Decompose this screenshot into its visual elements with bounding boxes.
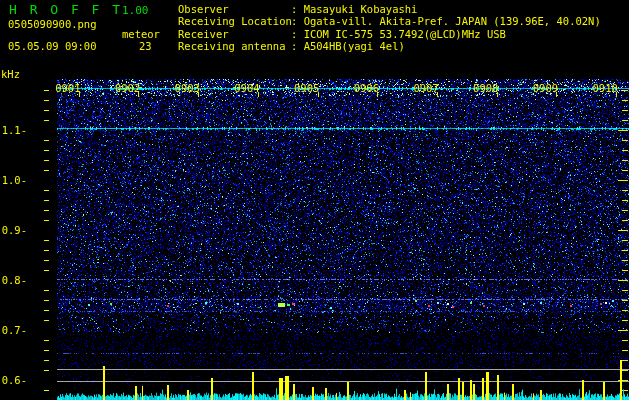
- time-label: 0909: [533, 83, 558, 94]
- info-label: Receiving antenna: [178, 41, 291, 52]
- time-label: 0902: [115, 83, 140, 94]
- freq-label: 0.8-: [0, 275, 27, 286]
- hrofft-window: H R O F F T 1.00 0505090900.png meteor 0…: [0, 0, 629, 400]
- info-value: : Ogata-vill. Akita-Pref. JAPAN (139.96E…: [291, 15, 601, 27]
- echo-count: 23: [139, 41, 152, 52]
- info-value: : ICOM IC-575 53.7492(@LCD)MHz USB: [291, 28, 506, 40]
- freq-label: 1.1-: [0, 125, 27, 136]
- time-label: 0906: [354, 83, 379, 94]
- output-filename: 0505090900.png: [8, 19, 97, 30]
- info-row: Receiving antenna: A504HB(yagi 4el): [178, 41, 601, 53]
- time-label: 0901: [55, 83, 80, 94]
- time-label: 0907: [413, 83, 438, 94]
- time-label: 0903: [175, 83, 200, 94]
- freq-label: 0.9-: [0, 225, 27, 236]
- freq-label: 1.0-: [0, 175, 27, 186]
- freq-label: 0.6-: [0, 375, 27, 386]
- app-version: 1.00: [122, 5, 149, 16]
- info-value: : Masayuki Kobayashi: [291, 3, 417, 15]
- info-value: : A504HB(yagi 4el): [291, 40, 405, 52]
- app-title: H R O F F T: [9, 3, 123, 16]
- spectrogram-canvas: [0, 0, 629, 400]
- time-label: 0908: [473, 83, 498, 94]
- mode-label: meteor: [122, 29, 160, 40]
- info-label: Receiving Location: [178, 16, 291, 27]
- station-info: Observer: Masayuki KobayashiReceiving Lo…: [178, 4, 601, 53]
- info-label: Observer: [178, 4, 291, 15]
- info-label: Receiver: [178, 29, 291, 40]
- time-label: 0905: [294, 83, 319, 94]
- freq-label: 0.7-: [0, 325, 27, 336]
- time-label: 0904: [234, 83, 259, 94]
- time-label: 0910: [593, 83, 618, 94]
- file-datetime: 05.05.09 09:00: [8, 41, 97, 52]
- freq-axis-unit: kHz: [1, 69, 20, 80]
